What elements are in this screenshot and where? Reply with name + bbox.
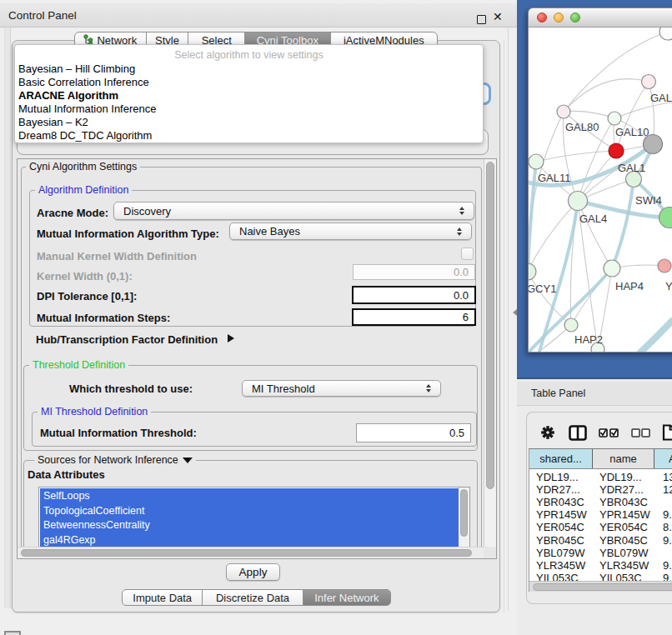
- table-row[interactable]: YDL19...YDL19...13.: [529, 470, 672, 483]
- table-row[interactable]: YBR043CYBR043C: [529, 495, 672, 508]
- group-title-mi-threshold: MI Threshold Definition: [38, 406, 151, 418]
- network-window-titlebar[interactable]: [529, 8, 672, 28]
- network-edge[interactable]: [614, 102, 672, 118]
- column-header-2[interactable]: name: [593, 449, 654, 468]
- list-item[interactable]: gal4RGexp: [40, 532, 459, 547]
- node-hap2[interactable]: [564, 318, 578, 332]
- table-row[interactable]: YDR27...YDR27...12.: [529, 482, 672, 496]
- scrollbar-corner: [484, 547, 496, 558]
- split-divider[interactable]: [508, 28, 509, 611]
- zoom-traffic-light-icon[interactable]: [570, 12, 580, 22]
- gear-icon[interactable]: [540, 425, 555, 440]
- list-vertical-scrollbar[interactable]: [458, 488, 469, 547]
- node-green-big[interactable]: [659, 208, 672, 228]
- unchecked-boxes-icon[interactable]: [631, 428, 650, 438]
- table-row[interactable]: YPR145WYPR145W9.: [529, 508, 672, 522]
- divider-collapse-icon[interactable]: [513, 309, 517, 316]
- network-edge-highlighted[interactable]: [639, 321, 672, 352]
- mi-threshold-field[interactable]: 0.5: [356, 423, 471, 442]
- mi-type-value: Naive Bayes: [239, 225, 300, 238]
- dropdown-item[interactable]: Mutual Information Inference: [18, 102, 452, 116]
- apply-button[interactable]: Apply: [226, 563, 280, 581]
- network-edge-highlighted[interactable]: [529, 162, 536, 272]
- list-item[interactable]: BetweennessCentrality: [40, 518, 459, 532]
- split-columns-icon[interactable]: [569, 425, 587, 441]
- tab-impute-data[interactable]: Impute Data: [123, 590, 202, 605]
- node-pink[interactable]: [658, 259, 671, 272]
- aracne-mode-combo[interactable]: Discovery: [113, 202, 474, 220]
- tab-discretize-data[interactable]: Discretize Data: [202, 590, 302, 605]
- close-traffic-light-icon[interactable]: [537, 12, 547, 22]
- node-gal10w[interactable]: [608, 112, 621, 125]
- node-gal2[interactable]: [642, 75, 656, 89]
- table-row[interactable]: YER054CYER054C8.: [529, 521, 672, 534]
- table-hscrollbar-thumb[interactable]: [533, 583, 672, 591]
- minimized-window-icon[interactable]: [4, 631, 21, 635]
- kernel-width-field[interactable]: 0.0: [353, 264, 475, 280]
- mi-type-combo[interactable]: Naive Bayes: [229, 222, 472, 240]
- node-gcy1[interactable]: [529, 263, 536, 280]
- table-panel-header: Table Panel: [517, 382, 672, 406]
- network-edge[interactable]: [536, 151, 616, 162]
- tab-infer-network[interactable]: Infer Network: [303, 590, 390, 605]
- table-body: YDL19...YDL19...13.YDR27...YDR27...12.YB…: [529, 469, 672, 581]
- expand-arrow-icon[interactable]: [228, 334, 234, 342]
- node-gal80[interactable]: [557, 105, 570, 118]
- list-item[interactable]: SelfLoops: [40, 488, 459, 503]
- network-edge-highlighted[interactable]: [612, 179, 634, 268]
- settings-vertical-scrollbar[interactable]: [484, 159, 496, 548]
- column-header-3[interactable]: A: [654, 449, 672, 468]
- network-edge[interactable]: [578, 201, 612, 268]
- dpi-tolerance-field[interactable]: 0.0: [352, 286, 476, 304]
- node-gal4[interactable]: [569, 192, 588, 211]
- network-graph[interactable]: GALGAL80GAL10GAL1GAL11SWI4GAL4GCY1HAP4YH…: [529, 28, 672, 352]
- network-edge[interactable]: [564, 79, 649, 112]
- column-header-1[interactable]: shared...: [529, 449, 593, 468]
- table-cell: 9.: [654, 534, 672, 547]
- node-label: SWI4: [635, 194, 662, 207]
- close-icon[interactable]: ✕: [493, 10, 503, 23]
- mi-steps-field[interactable]: 6: [352, 308, 476, 326]
- minimize-traffic-light-icon[interactable]: [554, 12, 564, 22]
- float-window-icon[interactable]: [477, 15, 486, 24]
- settings-hscrollbar-thumb[interactable]: [21, 549, 472, 557]
- settings-horizontal-scrollbar[interactable]: [18, 547, 484, 558]
- node-label: GAL10: [615, 126, 649, 138]
- document-icon[interactable]: [662, 424, 672, 441]
- which-threshold-combo[interactable]: MI Threshold: [242, 380, 441, 397]
- list-scrollbar-thumb[interactable]: [460, 489, 468, 537]
- control-panel-titlebar: Control Panel ✕: [0, 3, 517, 28]
- manual-kernel-checkbox[interactable]: [461, 248, 474, 260]
- checked-boxes-icon[interactable]: [599, 428, 619, 438]
- table-cell: YDL19...: [529, 471, 593, 483]
- node-hap4[interactable]: [604, 260, 620, 277]
- dropdown-item[interactable]: Basic Correlation Inference: [18, 76, 452, 89]
- node-gal11[interactable]: [529, 154, 544, 169]
- table-cell: YBL079W: [593, 547, 654, 559]
- hub-definition-label[interactable]: Hub/Transcription Factor Definition: [36, 333, 218, 346]
- group-title-sources[interactable]: Sources for Network Inference: [34, 454, 196, 466]
- table-cell: YDR27...: [529, 483, 593, 496]
- table-cell: YBR043C: [593, 496, 654, 508]
- settings-vscrollbar-thumb[interactable]: [486, 162, 494, 489]
- data-attributes-list[interactable]: SelfLoopsTopologicalCoefficientBetweenne…: [38, 487, 470, 547]
- group-algorithm-definition: Algorithm Definition Aracne Mode: Discov…: [29, 190, 476, 327]
- dropdown-item[interactable]: Dream8 DC_TDC Algorithm: [18, 129, 452, 142]
- dropdown-item[interactable]: Bayesian – Hill Climbing: [18, 62, 452, 76]
- table-row[interactable]: YLR345WYLR345W9.: [529, 558, 672, 572]
- node-top-cut[interactable]: [659, 28, 672, 40]
- dropdown-item[interactable]: ARACNE Algorithm: [18, 89, 452, 102]
- table-row[interactable]: YBR045CYBR045C9.: [529, 533, 672, 547]
- collapse-arrow-icon: [183, 458, 193, 463]
- list-item[interactable]: TopologicalCoefficient: [40, 503, 459, 518]
- table-row[interactable]: YIL053CYIL053C9.: [529, 572, 672, 581]
- network-edge[interactable]: [564, 111, 614, 118]
- node-label: GAL: [650, 92, 672, 104]
- combo-arrows-icon: [459, 206, 465, 216]
- table-horizontal-scrollbar[interactable]: [529, 581, 672, 592]
- dropdown-item[interactable]: Bayesian – K2: [18, 116, 452, 129]
- table-cell: YLR345W: [529, 559, 593, 572]
- table-row[interactable]: YBL079WYBL079W: [529, 546, 672, 559]
- node-gal1-red[interactable]: [609, 143, 624, 158]
- network-canvas[interactable]: GALGAL80GAL10GAL1GAL11SWI4GAL4GCY1HAP4YH…: [529, 28, 672, 352]
